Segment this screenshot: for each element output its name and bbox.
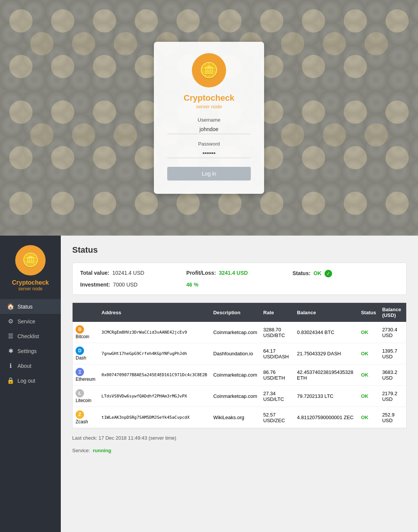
cell-rate: 3288.70 USD/BTC [260, 322, 294, 343]
sidebar-label-service: Service [17, 318, 35, 325]
cell-description: Dashfoundation.io [210, 343, 260, 364]
cell-status: OK [358, 343, 379, 364]
cell-address: 7gnwGHt17heGpG9Crfeh4KGpYNFugPhJdh [98, 343, 210, 364]
status-label: Status: [293, 270, 310, 276]
table-row: D Dash 7gnwGHt17heGpG9Crfeh4KGpYNFugPhJd… [73, 343, 407, 364]
sidebar-logo: 🪙 [15, 245, 46, 276]
check-icon: ✓ [325, 270, 332, 277]
col-status: Status [358, 303, 379, 322]
col-rate: Rate [260, 303, 294, 322]
status-ok-badge: OK [361, 415, 369, 420]
summary-box: Total value: 10241.4 USD Profit/Loss: 32… [72, 263, 407, 295]
sidebar-coins-icon: 🪙 [22, 252, 39, 268]
table-row: Z Zcash t1WLeAK3npDSRg7SAM5DMJSeYk45aCvp… [73, 407, 407, 428]
status-value: OK [314, 270, 321, 276]
service-label: Service: [72, 448, 90, 453]
cell-coin-icon: Ξ Ethereum [73, 364, 99, 386]
cell-rate: 52.57 USD/ZEC [260, 407, 294, 428]
sidebar-app-title: Cryptocheck [12, 279, 49, 286]
status-field: Status: OK ✓ [293, 269, 399, 279]
cell-balance: 0.83024344 BTC [294, 322, 358, 343]
status-ok-badge: OK [361, 329, 369, 335]
cell-coin-name: Litecoin [76, 398, 91, 403]
sidebar-label-logout: Log out [17, 378, 35, 384]
sidebar-item-about[interactable]: ℹ About [0, 358, 61, 373]
username-input[interactable] [167, 125, 251, 134]
profit-loss-value: 3241.4 USD [219, 270, 248, 276]
sidebar-label-status: Status [17, 304, 33, 310]
crypto-table: Address Description Rate Balance Status … [72, 302, 407, 428]
cell-address: LTdsVS8VDw6sywfQADdhf2PHAm3rMGJvPX [98, 386, 210, 407]
cell-coin-icon: Z Zcash [73, 407, 99, 428]
cell-address: 0x0074709077B8AE5a245E4ED161C971Dc4c3C8E… [98, 364, 210, 386]
table-row: Ξ Ethereum 0x0074709077B8AE5a245E4ED161C… [73, 364, 407, 386]
password-input[interactable] [167, 149, 251, 158]
cell-status: OK [358, 364, 379, 386]
home-icon: 🏠 [7, 303, 14, 310]
service-status-text: Service: running [72, 448, 407, 453]
status-ok-badge: OK [361, 372, 369, 378]
last-check-text: Last check: 17 Dec 2018 11:49:43 (server… [72, 435, 407, 441]
sidebar-item-checklist[interactable]: ☰ Checklist [0, 329, 61, 344]
cell-balance: 4.811207590000001 ZEC [294, 407, 358, 428]
cell-balance-usd: 252.9 USD [379, 407, 407, 428]
login-app-title: Cryptocheck [167, 93, 251, 103]
cell-address: t1WLeAK3npDSRg7SAM5DMJSeYk45aCvpcdX [98, 407, 210, 428]
investment-label: Investment: [80, 282, 110, 288]
service-icon: ⚙ [7, 318, 14, 325]
cell-rate: 86.76 USD/ETH [260, 364, 294, 386]
username-label: Username [167, 117, 251, 123]
cell-balance: 79.7202133 LTC [294, 386, 358, 407]
zec-icon: Z [76, 410, 84, 419]
info-icon: ℹ [7, 362, 14, 369]
profit-loss: Profit/Loss: 3241.4 USD [186, 269, 292, 279]
login-button[interactable]: Log in [167, 167, 251, 180]
sidebar-label-about: About [17, 363, 32, 369]
sidebar: 🪙 Cryptocheck server node 🏠 Status ⚙ Ser… [0, 236, 61, 532]
cell-coin-name: Ethereum [76, 377, 95, 382]
cell-coin-icon: D Dash [73, 343, 99, 364]
col-description: Description [210, 303, 260, 322]
cell-status: OK [358, 407, 379, 428]
coins-icon: 🪙 [200, 62, 218, 79]
login-app-subtitle: server node [167, 104, 251, 109]
total-value: Total value: 10241.4 USD [80, 269, 186, 279]
total-value-amount: 10241.4 USD [112, 270, 144, 276]
cell-coin-name: Zcash [76, 419, 88, 424]
sidebar-item-service[interactable]: ⚙ Service [0, 314, 61, 329]
sidebar-item-logout[interactable]: 🔒 Log out [0, 373, 61, 388]
col-balance: Balance [294, 303, 358, 322]
cell-rate: 64.17 USD/DASH [260, 343, 294, 364]
cell-description: WikiLeaks.org [210, 407, 260, 428]
profit-pct-value: 46 % [186, 282, 198, 288]
profit-loss-label: Profit/Loss: [186, 270, 216, 276]
col-balance-usd: Balance (USD) [379, 303, 407, 322]
investment-value: 7000 USD [113, 282, 138, 288]
btc-icon: B [76, 325, 84, 334]
dash-icon: D [76, 347, 84, 355]
service-status-value: running [93, 448, 111, 453]
cell-coin-name: Bitcoin [76, 334, 89, 339]
table-row: Ł Litecoin LTdsVS8VDw6sywfQADdhf2PHAm3rM… [73, 386, 407, 407]
cell-balance-usd: 2179.2 USD [379, 386, 407, 407]
total-value-label: Total value: [80, 270, 109, 276]
col-icon [73, 303, 99, 322]
sidebar-nav: 🏠 Status ⚙ Service ☰ Checklist ✱ Setting… [0, 299, 61, 388]
sidebar-app-subtitle: server node [18, 286, 42, 291]
login-logo: 🪙 [192, 53, 226, 87]
sidebar-item-settings[interactable]: ✱ Settings [0, 344, 61, 358]
sidebar-item-status[interactable]: 🏠 Status [0, 299, 61, 314]
cell-balance-usd: 3683.2 USD [379, 364, 407, 386]
eth-icon: Ξ [76, 368, 84, 376]
cell-description: Coinmarketcap.com [210, 386, 260, 407]
status-ok-badge: OK [361, 351, 369, 356]
logout-icon: 🔒 [7, 377, 14, 384]
investment: Investment: 7000 USD [80, 280, 186, 289]
cell-balance: 21.75043329 DASH [294, 343, 358, 364]
cell-coin-name: Dash [76, 355, 86, 361]
table-row: B Bitcoin 3CMCRgEm8HVz3DrWaCCid3vAANE42j… [73, 322, 407, 343]
cell-address: 3CMCRgEm8HVz3DrWaCCid3vAANE42jcEv9 [98, 322, 210, 343]
cell-status: OK [358, 386, 379, 407]
checklist-icon: ☰ [7, 332, 14, 340]
sidebar-label-settings: Settings [17, 348, 37, 354]
